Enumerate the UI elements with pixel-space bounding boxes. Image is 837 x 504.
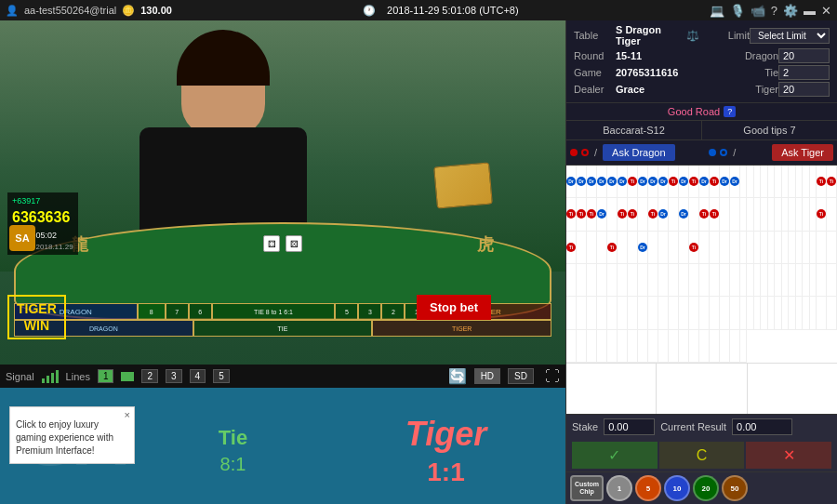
help-icon[interactable]: ? [771, 4, 777, 18]
signal-label: Signal [6, 371, 34, 382]
dragon-value-input[interactable] [778, 48, 830, 63]
dot-outline-blue [720, 149, 727, 156]
chip-20[interactable]: 20 [693, 475, 719, 501]
road-cell [628, 330, 638, 363]
road-circle-ti: Ti [669, 177, 678, 186]
close-icon[interactable]: ✕ [821, 4, 831, 18]
road-cell [754, 297, 761, 329]
road-cell [775, 264, 781, 297]
road-cell [775, 166, 781, 198]
chip-1[interactable]: 1 [606, 475, 632, 501]
chip-10[interactable]: 10 [664, 475, 690, 501]
hd-button[interactable]: HD [474, 368, 500, 384]
good-road-help[interactable]: ? [724, 106, 736, 117]
monitor-icon[interactable]: 💻 [710, 4, 724, 18]
line-btn-3[interactable]: 3 [166, 369, 182, 383]
road-circle-ti: Ti [817, 209, 826, 219]
cancel-button[interactable]: ✕ [746, 442, 831, 469]
road-cell [597, 297, 607, 329]
refresh-button[interactable]: C [659, 442, 745, 469]
road-cell [761, 198, 767, 231]
dice-area: ⚃ ⚄ [263, 235, 302, 252]
table-info: Table S Dragon Tiger ⚖️ Limit Select Lim… [566, 20, 837, 103]
road-cell [768, 198, 775, 231]
confirm-button[interactable]: ✓ [572, 442, 658, 469]
ask-dragon-button[interactable]: Ask Dragon [603, 144, 674, 161]
road-cell [699, 264, 710, 297]
road-cell: Ti [817, 166, 827, 198]
road-circle-ti: Ti [710, 209, 719, 219]
sa-logo: SA [9, 225, 35, 251]
result-label: Current Result [660, 421, 726, 432]
ask-tiger-button[interactable]: Ask Tiger [772, 144, 833, 161]
result-input[interactable] [732, 418, 792, 435]
limit-icon: ⚖️ [686, 30, 699, 42]
plus-score: +63917 [12, 195, 73, 207]
refresh-icon[interactable]: 🔄 [448, 367, 467, 385]
small-road-section [566, 363, 837, 414]
road-cell [796, 232, 803, 264]
limit-select[interactable]: Select Limit [750, 28, 830, 44]
username: aa-test550264@trial [24, 5, 116, 16]
road-cell: Ti [699, 198, 710, 231]
road-cell: Dr [679, 166, 689, 198]
fullscreen-icon[interactable]: ⛶ [545, 368, 560, 385]
line-btn-1[interactable]: 1 [98, 369, 114, 383]
road-cell: Ti [587, 198, 597, 231]
road-circle-dr: Dr [679, 209, 688, 219]
road-cell [679, 232, 689, 264]
road-cell [740, 264, 747, 297]
road-cell [710, 330, 720, 363]
road-cell [689, 198, 699, 231]
road-cell [754, 232, 761, 264]
line-btn-2[interactable]: 2 [141, 369, 158, 383]
road-cell [577, 330, 587, 363]
game-value: 20765311616 [616, 67, 732, 78]
road-cell [803, 232, 809, 264]
round-row: Round 15-11 Dragon [574, 48, 830, 63]
line-btn-4[interactable]: 4 [190, 369, 206, 383]
popup-close-button[interactable]: × [125, 409, 130, 420]
stake-input[interactable] [604, 418, 655, 435]
road-cell [648, 330, 658, 363]
cam-icon[interactable]: 📹 [751, 4, 765, 18]
road-cell [689, 297, 699, 329]
good-road-title: Good Road [668, 106, 720, 117]
road-circle-ti: Ti [566, 209, 576, 219]
road-cell [720, 232, 730, 264]
betting-strip2: DRAGON TIE TIGER [14, 320, 551, 337]
road-cell [566, 264, 577, 297]
road-circle-dr: Dr [638, 243, 647, 252]
small-grid-1 [568, 365, 654, 412]
road-circle-ti: Ti [566, 243, 576, 252]
road-circle-ti: Ti [827, 177, 836, 186]
line-btn-5[interactable]: 5 [213, 369, 230, 383]
road-cell [577, 264, 587, 297]
road-cell [658, 264, 669, 297]
custom-chip[interactable]: CustomChip [570, 475, 604, 501]
chip-5[interactable]: 5 [635, 475, 661, 501]
road-cell [710, 297, 720, 329]
stop-bet-button[interactable]: Stop bet [417, 295, 491, 320]
tiger-label-large: Tiger [405, 415, 486, 454]
road-cell [810, 297, 817, 329]
sd-button[interactable]: SD [508, 368, 534, 384]
road-cell: Dr [658, 166, 669, 198]
road-cell [803, 297, 809, 329]
road-cell [679, 330, 689, 363]
min-icon[interactable]: ▬ [804, 4, 816, 18]
road-cell [810, 166, 817, 198]
road-cell [827, 264, 837, 297]
road-cell [607, 330, 618, 363]
tiger-value-input[interactable] [778, 82, 830, 97]
settings-icon[interactable]: ⚙️ [783, 4, 798, 18]
tie-value-input[interactable] [778, 65, 830, 80]
dealer-row: Dealer Grace Tiger [574, 82, 830, 97]
chip-50[interactable]: 50 [722, 475, 748, 501]
score-time-block: 05:02 2018.11.29 [36, 230, 73, 252]
road-cell [796, 198, 803, 231]
table-label: Table [574, 30, 616, 41]
road-cell [607, 297, 618, 329]
road-cell [768, 232, 775, 264]
mic-icon[interactable]: 🎙️ [730, 4, 745, 18]
